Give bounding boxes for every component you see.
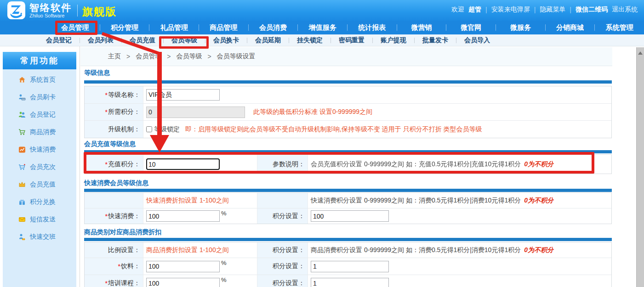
tab-distribution-mall[interactable]: 分销商城 — [546, 23, 595, 32]
ratio-setting-label: 比例设置： — [85, 242, 143, 258]
wechat-qrcode-link[interactable]: 微信二维码 — [576, 6, 608, 14]
gift-icon — [18, 198, 26, 206]
sidebar-item-quick-consume[interactable]: 快速消费 — [3, 141, 76, 158]
quick-consume-label: * 快速消费： — [85, 208, 143, 224]
tab-system-management[interactable]: 系统管理 — [595, 23, 644, 32]
subtab-batch-cards[interactable]: 批量发卡 — [415, 36, 456, 45]
quick-points-cell — [308, 208, 611, 224]
content-left-divider — [80, 46, 80, 287]
sidebar-item-shift-change[interactable]: 快速交班 — [3, 228, 76, 246]
sidebar-item-goods-consume[interactable]: 商品消费 — [3, 124, 76, 141]
sidebar-item-member-swipe[interactable]: 会员刷卡 — [3, 89, 76, 106]
quick-consume-icon — [18, 146, 26, 153]
recharge-points-cell — [143, 155, 257, 174]
vertical-scrollbar[interactable] — [636, 47, 644, 287]
swipe-card-icon — [18, 94, 26, 101]
training-discount-cell: % — [143, 275, 257, 287]
subtab-account-withdraw[interactable]: 账户提现 — [373, 36, 414, 45]
logo-name: 智络软件 — [29, 3, 72, 13]
training-course-label: * 培训课程： — [85, 275, 143, 287]
logo: 智络软件 Zhiluo Software 旗舰版 — [7, 1, 117, 19]
percent-unit: % — [221, 259, 227, 266]
drink-points-cell — [308, 258, 611, 275]
quick-points-input[interactable] — [311, 210, 389, 222]
edition-badge: 旗舰版 — [82, 5, 117, 19]
subtab-member-recharge[interactable]: 会员充值 — [122, 36, 163, 45]
tab-wechat-marketing[interactable]: 微营销 — [397, 23, 446, 32]
required-mark: * — [105, 161, 108, 168]
upgrade-mechanism-hint: 即：启用等级锁定则此会员等级不受自动升级机制影响,保持等级不变 适用于 只积分不… — [185, 125, 482, 134]
category-discount-hint-cell: 商品消费折扣设置 1-100之间 — [143, 242, 257, 258]
sidebar-item-member-recharge[interactable]: 会员充值 — [3, 176, 76, 193]
table-row: 快速消费折扣设置 1-100之间 快速消费积分设置 0-999999之间 如：消… — [85, 193, 611, 208]
scroll-up-button[interactable] — [637, 49, 644, 57]
required-points-hint: 此等级的最低积分标准 设置0-999999之间 — [253, 108, 372, 116]
training-discount-input[interactable] — [146, 278, 220, 287]
breadcrumb-separator: > — [167, 53, 171, 60]
param-note-label: 参数说明： — [257, 155, 308, 174]
sidebar-item-label: 会员充次 — [30, 163, 56, 171]
sidebar: 常用功能 系统首页 会员刷卡 会员登记 商品消费 快速消费 — [3, 52, 76, 287]
drink-points-input[interactable] — [311, 261, 389, 272]
breadcrumb-home[interactable]: 主页 — [108, 52, 121, 61]
table-row: 比例设置： 商品消费折扣设置 1-100之间 积分设置： 商品消费积分设置 0-… — [85, 242, 611, 258]
sidebar-item-sms-send[interactable]: 短信发送 — [3, 211, 76, 228]
training-points-cell — [308, 275, 611, 287]
subtab-member-list[interactable]: 会员列表 — [80, 36, 121, 45]
table-row: 升级机制： 等级锁定 即：启用等级锁定则此会员等级不受自动升级机制影响,保持等级… — [85, 120, 611, 138]
subtab-loss-lock[interactable]: 挂失锁定 — [289, 36, 331, 45]
sub-nav: 会员登记 会员列表 会员充值 会员等级 会员换卡 会员延期 挂失锁定 密码重置 … — [0, 34, 644, 46]
percent-unit: % — [221, 210, 227, 217]
sidebar-item-member-times[interactable]: 会员充次 — [3, 158, 76, 176]
tab-wechat-service[interactable]: 微服务 — [496, 23, 545, 32]
subtab-card-replace[interactable]: 会员换卡 — [205, 36, 247, 45]
drink-points-label: 积分设置： — [257, 258, 308, 275]
quick-consume-table: 快速消费折扣设置 1-100之间 快速消费积分设置 0-999999之间 如：消… — [84, 192, 612, 224]
quick-consume-input[interactable] — [146, 210, 220, 222]
subtab-member-extend[interactable]: 会员延期 — [247, 36, 289, 45]
recharge-points-input[interactable] — [146, 158, 220, 170]
tab-statistics[interactable]: 统计报表 — [348, 23, 397, 32]
breadcrumb-member-management[interactable]: 会员管理 — [136, 52, 161, 61]
tab-goods-management[interactable]: 商品管理 — [199, 23, 248, 32]
level-lock-checkbox[interactable] — [146, 126, 152, 132]
sidebar-item-system-home[interactable]: 系统首页 — [3, 71, 76, 89]
hide-menu-link[interactable]: 隐藏菜单 — [540, 6, 565, 14]
subtab-member-register[interactable]: 会员登记 — [38, 36, 80, 45]
logout-link[interactable]: 退出系统 — [612, 6, 638, 14]
tab-wechat-site[interactable]: 微官网 — [446, 23, 496, 32]
tab-points-management[interactable]: 积分管理 — [100, 23, 149, 32]
section-bar — [84, 238, 612, 241]
logo-subtitle: Zhiluo Software — [29, 13, 72, 18]
user-link[interactable]: 超管 — [468, 6, 481, 14]
tab-member-consume[interactable]: 会员消费 — [249, 23, 298, 32]
recharge-points-label: * 充值积分： — [85, 155, 143, 174]
sms-envelope-icon — [18, 216, 26, 223]
breadcrumb-level-settings: 会员等级设置 — [217, 52, 256, 61]
sidebar-item-member-register[interactable]: 会员登记 — [3, 106, 76, 124]
subtab-member-import[interactable]: 会员导入 — [456, 36, 498, 45]
sidebar-item-points-exchange[interactable]: 积分兑换 — [3, 193, 76, 211]
sidebar-item-label: 会员刷卡 — [30, 93, 56, 101]
level-name-input[interactable] — [146, 89, 220, 101]
drink-discount-input[interactable] — [146, 261, 220, 272]
section-bar — [84, 189, 612, 192]
tab-value-added[interactable]: 增值服务 — [298, 23, 347, 32]
category-discount-table: 比例设置： 商品消费折扣设置 1-100之间 积分设置： 商品消费积分设置 0-… — [84, 242, 612, 287]
quick-points-hint-cell: 快速消费积分设置 0-999999之间 如：消费0.5元得1积分|消费10元得1… — [308, 193, 611, 208]
sidebar-item-label: 短信发送 — [30, 215, 56, 224]
quick-discount-hint: 快速消费折扣设置 1-100之间 — [146, 197, 229, 205]
category-points-hint-em: 0为不积分 — [524, 246, 553, 254]
breadcrumb-separator: > — [126, 53, 130, 60]
subtab-member-level[interactable]: 会员等级 — [164, 36, 205, 45]
tab-gift-management[interactable]: 礼品管理 — [149, 23, 199, 32]
install-popup-link[interactable]: 安装来电弹屏 — [491, 6, 530, 14]
tab-member-management[interactable]: 会员管理 — [51, 23, 100, 32]
breadcrumb-member-level[interactable]: 会员等级 — [176, 52, 202, 61]
topbar-separator: | — [570, 6, 571, 13]
level-name-label: * 等级名称： — [85, 86, 143, 103]
category-points-hint: 商品消费积分设置 0-999999之间 如：消费0.5元得1积分|消费10元得1… — [311, 246, 521, 254]
subtab-password-reset[interactable]: 密码重置 — [331, 36, 372, 45]
training-points-input[interactable] — [311, 278, 389, 287]
crown-icon — [18, 181, 26, 188]
